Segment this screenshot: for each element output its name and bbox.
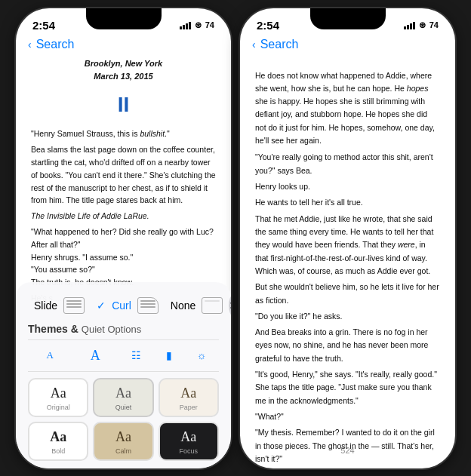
display-settings-icon[interactable]: ☼ xyxy=(197,349,207,361)
time-right: 2:54 xyxy=(257,19,279,32)
font-increase-button[interactable]: A xyxy=(85,345,106,367)
right-para-4: That he met Addie, just like he wrote, t… xyxy=(255,213,440,278)
none-icon xyxy=(202,297,223,314)
book-content-right: He does not know what happened to Addie,… xyxy=(240,57,455,468)
body-para-3: The Invisible Life of Addie LaRue. xyxy=(31,210,216,223)
book-content-left: Brooklyn, New YorkMarch 13, 2015 II "Hen… xyxy=(16,57,231,305)
themes-header: Themes & Quiet Options xyxy=(28,323,219,335)
quiet-option-label[interactable]: Quiet Options xyxy=(82,324,142,335)
theme-quiet-label: Quiet xyxy=(99,404,147,411)
theme-original[interactable]: Aa Original xyxy=(28,378,88,417)
search-bar-left[interactable]: ‹ Search xyxy=(16,35,231,57)
theme-focus-text: Aa xyxy=(165,429,213,445)
theme-quiet[interactable]: Aa Quiet xyxy=(93,378,153,417)
theme-focus-label: Focus xyxy=(165,447,213,455)
time-left: 2:54 xyxy=(32,19,55,32)
right-para-3: He wants to tell her it's all true. xyxy=(255,196,440,209)
signal-bars xyxy=(180,21,191,29)
theme-focus[interactable]: Aa Focus xyxy=(159,422,219,461)
body-para-2: Bea slams the last page down on the coff… xyxy=(31,143,216,207)
wifi-icon: ⊛ xyxy=(195,20,202,30)
close-button[interactable]: ✕ xyxy=(229,295,231,316)
font-decrease-button[interactable]: A xyxy=(40,346,59,364)
theme-paper-text: Aa xyxy=(165,385,213,401)
body-para-1: "Henry Samuel Strauss, this is bullshit.… xyxy=(31,127,216,140)
theme-paper[interactable]: Aa Paper xyxy=(159,378,219,417)
themes-grid: Aa Original Aa Quiet Aa Paper Aa Bold xyxy=(28,378,219,461)
page-number: 524 xyxy=(340,446,354,455)
curl-label: Curl xyxy=(112,299,131,312)
scroll-none-option[interactable]: None xyxy=(165,294,229,317)
back-arrow-icon[interactable]: ‹ xyxy=(28,38,32,51)
battery-left: 74 xyxy=(205,20,214,29)
signal-bars-right xyxy=(404,21,415,29)
curl-icon xyxy=(137,297,159,314)
back-arrow-right-icon[interactable]: ‹ xyxy=(252,38,256,51)
slide-icon xyxy=(63,297,85,314)
theme-bold-text: Aa xyxy=(34,429,82,445)
battery-right: 74 xyxy=(429,20,439,29)
scroll-curl-option[interactable]: ✓ Curl xyxy=(91,294,165,317)
theme-calm[interactable]: Aa Calm xyxy=(93,422,153,461)
bottom-panel: Slide ✓ Curl xyxy=(16,282,231,468)
left-phone: 2:54 ⊛ 74 ‹ Search xyxy=(16,8,231,468)
notch-right xyxy=(310,8,386,29)
right-para-9: "What?" xyxy=(255,410,440,423)
theme-calm-label: Calm xyxy=(99,447,147,455)
search-label-left[interactable]: Search xyxy=(36,38,75,51)
slide-label: Slide xyxy=(34,299,57,312)
theme-original-text: Aa xyxy=(34,385,82,401)
theme-quiet-text: Aa xyxy=(99,385,147,401)
font-size-controls: A A ☷ ▮ ☼ xyxy=(28,339,219,372)
theme-calm-text: Aa xyxy=(99,429,147,445)
none-label: None xyxy=(171,299,195,312)
book-location: Brooklyn, New YorkMarch 13, 2015 xyxy=(31,57,216,84)
bookmark-icon[interactable]: ▮ xyxy=(166,349,172,361)
theme-bold-label: Bold xyxy=(34,447,82,455)
body-para-6: "You assume so?" xyxy=(31,263,216,276)
search-label-right[interactable]: Search xyxy=(260,38,299,51)
right-para-5: But she wouldn't believe him, so he lets… xyxy=(255,281,440,307)
right-para-7: And Bea breaks into a grin. There is no … xyxy=(255,326,440,365)
chapter-number: II xyxy=(31,88,216,122)
status-icons-right: ⊛ 74 xyxy=(404,20,439,30)
right-para-0: He does not know what happened to Addie,… xyxy=(255,69,440,148)
theme-paper-label: Paper xyxy=(165,404,213,411)
notch xyxy=(86,8,162,29)
body-para-5: Henry shrugs. "I assume so." xyxy=(31,251,216,264)
body-para-4: "What happened to her? Did she really go… xyxy=(31,226,216,251)
wifi-icon-right: ⊛ xyxy=(419,20,426,30)
right-para-6: "Do you like it?" he asks. xyxy=(255,310,440,323)
theme-bold[interactable]: Aa Bold xyxy=(28,422,88,461)
search-bar-right[interactable]: ‹ Search xyxy=(240,35,455,57)
right-para-1: "You're really going to method actor thi… xyxy=(255,151,440,177)
check-icon: ✓ xyxy=(97,299,106,312)
scroll-options-row: Slide ✓ Curl xyxy=(28,294,219,317)
scroll-slide-option[interactable]: Slide xyxy=(28,294,91,317)
font-style-icon[interactable]: ☷ xyxy=(131,349,141,361)
theme-original-label: Original xyxy=(34,404,82,411)
right-para-2: Henry looks up. xyxy=(255,180,440,193)
status-icons-left: ⊛ 74 xyxy=(180,20,214,30)
right-para-8: "It's good, Henry," she says. "It's real… xyxy=(255,368,440,407)
right-phone: 2:54 ⊛ 74 ‹ Search H xyxy=(240,8,455,468)
